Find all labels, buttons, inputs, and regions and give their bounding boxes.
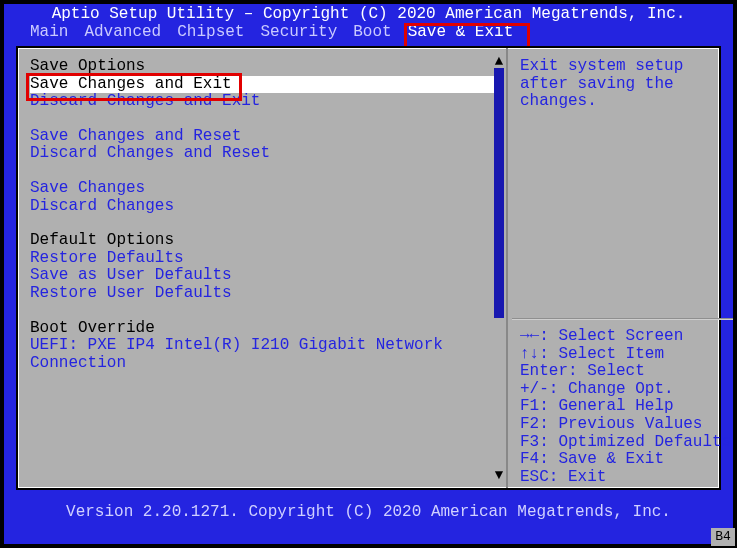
key-enter-select: Enter: Select xyxy=(520,363,731,381)
left-pane: Save Options Save Changes and Exit Disca… xyxy=(18,48,506,488)
key-optimized-defaults: F3: Optimized Defaults xyxy=(520,434,731,452)
help-text: Exit system setup after saving the chang… xyxy=(520,58,731,208)
content-panel: Save Options Save Changes and Exit Disca… xyxy=(16,46,721,490)
group-default-options: Default Options xyxy=(30,232,496,250)
key-save-exit: F4: Save & Exit xyxy=(520,451,731,469)
tab-main[interactable]: Main xyxy=(22,24,76,42)
key-previous-values: F2: Previous Values xyxy=(520,416,731,434)
tab-save-exit[interactable]: Save & Exit xyxy=(400,24,522,42)
key-general-help: F1: General Help xyxy=(520,398,731,416)
item-save-changes-and-exit[interactable]: Save Changes and Exit xyxy=(30,76,496,94)
corner-badge: B4 xyxy=(711,528,735,546)
tab-bar: Main Advanced Chipset Security Boot Save… xyxy=(4,24,733,42)
left-scrollbar[interactable]: ▲ ▼ xyxy=(491,54,507,482)
bios-screen: Aptio Setup Utility – Copyright (C) 2020… xyxy=(4,4,733,544)
item-save-changes-and-reset[interactable]: Save Changes and Reset xyxy=(30,128,496,146)
key-select-screen: →←: Select Screen xyxy=(520,328,731,346)
key-change-opt: +/-: Change Opt. xyxy=(520,381,731,399)
right-pane: Exit system setup after saving the chang… xyxy=(506,48,737,488)
item-restore-defaults[interactable]: Restore Defaults xyxy=(30,250,496,268)
group-save-options: Save Options xyxy=(30,58,496,76)
tab-security[interactable]: Security xyxy=(252,24,345,42)
app-title: Aptio Setup Utility – Copyright (C) 2020… xyxy=(4,4,733,24)
tab-chipset[interactable]: Chipset xyxy=(169,24,252,42)
item-save-as-user-defaults[interactable]: Save as User Defaults xyxy=(30,267,496,285)
item-discard-changes-and-reset[interactable]: Discard Changes and Reset xyxy=(30,145,496,163)
scroll-down-icon[interactable]: ▼ xyxy=(491,468,507,482)
item-discard-changes-and-exit[interactable]: Discard Changes and Exit xyxy=(30,93,496,111)
tab-boot[interactable]: Boot xyxy=(345,24,399,42)
tab-advanced[interactable]: Advanced xyxy=(76,24,169,42)
item-discard-changes[interactable]: Discard Changes xyxy=(30,198,496,216)
scroll-thumb[interactable] xyxy=(494,68,504,318)
key-esc-exit: ESC: Exit xyxy=(520,469,731,487)
key-select-item: ↑↓: Select Item xyxy=(520,346,731,364)
item-save-changes[interactable]: Save Changes xyxy=(30,180,496,198)
item-restore-user-defaults[interactable]: Restore User Defaults xyxy=(30,285,496,303)
separator xyxy=(512,318,733,320)
group-boot-override: Boot Override xyxy=(30,320,496,338)
footer-version: Version 2.20.1271. Copyright (C) 2020 Am… xyxy=(16,504,721,524)
item-boot-uefi-pxe[interactable]: UEFI: PXE IP4 Intel(R) I210 Gigabit Netw… xyxy=(30,337,450,372)
scroll-up-icon[interactable]: ▲ xyxy=(491,54,507,68)
